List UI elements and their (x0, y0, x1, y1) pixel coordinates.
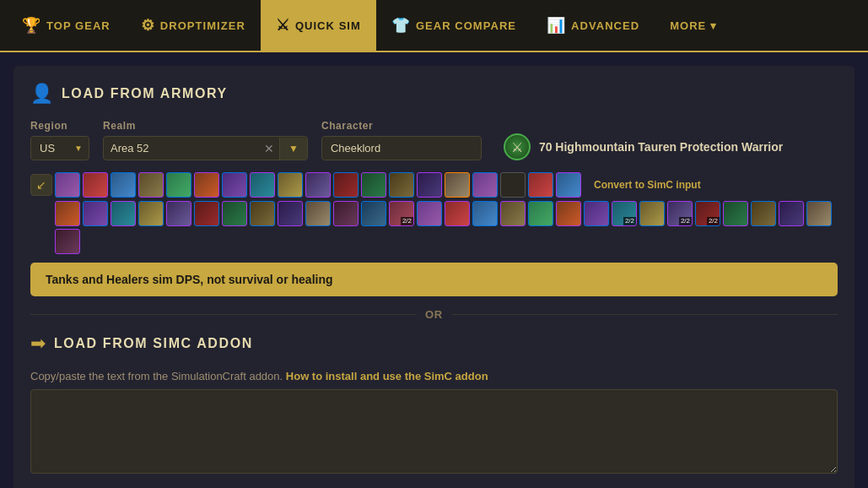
gear-item[interactable] (138, 172, 164, 198)
gear-item[interactable] (222, 172, 247, 198)
gear-item[interactable] (333, 201, 359, 226)
gear-item[interactable] (138, 201, 164, 226)
nav-more[interactable]: MORE ▾ (655, 0, 732, 51)
armory-section-header: 👤 LOAD FROM ARMORY (30, 83, 838, 105)
gear-item[interactable] (417, 172, 442, 198)
realm-clear-button[interactable]: ✕ (259, 142, 279, 155)
gear-item[interactable] (250, 201, 275, 226)
gear-item[interactable] (361, 201, 386, 226)
or-label: OR (425, 308, 443, 321)
armory-form-row: Region US EU KR TW CN ▼ Realm ✕ ▼ (30, 120, 838, 160)
gear-item[interactable] (500, 172, 526, 198)
gear-item[interactable]: 2/2 (695, 201, 720, 226)
gear-item[interactable] (333, 172, 359, 198)
character-class-icon: ⚔ (504, 133, 531, 160)
character-info-text: 70 Highmountain Tauren Protection Warrio… (539, 140, 783, 154)
gear-item[interactable]: 2/2 (389, 201, 414, 226)
simc-howto-link[interactable]: How to install and use the SimC addon (286, 370, 488, 382)
gear-item[interactable] (305, 172, 331, 198)
simc-textarea[interactable] (30, 389, 838, 474)
gear-item[interactable] (389, 172, 414, 198)
gear-item[interactable] (723, 201, 748, 226)
gear-item[interactable] (528, 201, 553, 226)
gear-item[interactable] (417, 201, 442, 226)
gear-item[interactable] (55, 172, 80, 198)
gear-item[interactable] (250, 172, 275, 198)
gear-item[interactable] (55, 201, 80, 226)
gear-item[interactable] (500, 201, 526, 226)
warning-box: Tanks and Healers sim DPS, not survival … (30, 263, 838, 296)
gear-item[interactable] (528, 172, 553, 198)
region-group: Region US EU KR TW CN ▼ (30, 120, 89, 160)
simc-section: ➡ LOAD FROM SIMC ADDON Copy/paste the te… (30, 333, 838, 477)
navbar: 🏆 TOP GEAR ⚙ DROPTIMIZER ⚔ QUICK SIM 👕 G… (0, 0, 868, 52)
realm-label: Realm (103, 120, 308, 132)
region-label: Region (30, 120, 89, 132)
character-display: ⚔ 70 Highmountain Tauren Protection Warr… (504, 133, 783, 160)
trophy-icon: 🏆 (22, 16, 41, 35)
gear-item[interactable] (194, 201, 219, 226)
character-label: Character (321, 120, 482, 132)
gear-item[interactable] (166, 172, 191, 198)
gear-item[interactable] (361, 172, 386, 198)
realm-group: Realm ✕ ▼ (103, 120, 308, 160)
gear-item[interactable]: 2/2 (667, 201, 693, 226)
or-line-left (30, 314, 417, 315)
gear-item[interactable] (278, 201, 303, 226)
or-divider: OR (30, 308, 838, 321)
main-content: 👤 LOAD FROM ARMORY Region US EU KR TW CN… (13, 66, 855, 488)
shirt-icon: 👕 (391, 16, 411, 35)
nav-advanced[interactable]: 📊 ADVANCED (531, 0, 655, 51)
realm-input-wrapper: ✕ ▼ (103, 136, 308, 160)
region-select-wrapper: US EU KR TW CN ▼ (30, 136, 89, 160)
gear-item[interactable] (556, 201, 581, 226)
gear-item[interactable] (584, 201, 609, 226)
simc-arrow-icon: ➡ (30, 333, 46, 355)
gear-item[interactable] (278, 172, 303, 198)
gear-item[interactable] (445, 201, 470, 226)
user-icon: 👤 (30, 83, 53, 105)
gear-row-1-controls: ↙ Convert to SimC input (30, 172, 838, 198)
gear-item[interactable] (111, 201, 136, 226)
gear-item[interactable] (751, 201, 776, 226)
convert-simc-button[interactable]: Convert to SimC input (590, 177, 704, 192)
gear-item[interactable] (472, 201, 498, 226)
gear-item[interactable] (445, 172, 470, 198)
realm-input[interactable] (104, 137, 259, 160)
chart-icon: 📊 (547, 16, 566, 35)
sword-icon: ⚔ (276, 16, 290, 35)
gear-item[interactable] (222, 201, 247, 226)
character-group: Character (321, 120, 482, 160)
or-line-right (451, 314, 838, 315)
warning-text: Tanks and Healers sim DPS, not survival … (46, 273, 333, 286)
nav-droptimizer[interactable]: ⚙ DROPTIMIZER (126, 0, 261, 51)
character-input[interactable] (321, 136, 482, 160)
simc-description: Copy/paste the text from the SimulationC… (30, 370, 838, 382)
gear-item[interactable] (806, 201, 832, 226)
gear-item[interactable] (83, 201, 108, 226)
nav-gear-compare[interactable]: 👕 GEAR COMPARE (376, 0, 531, 51)
gear-item[interactable] (166, 201, 191, 226)
realm-dropdown-button[interactable]: ▼ (279, 138, 307, 160)
gear-item[interactable] (556, 172, 581, 198)
armory-section-title: LOAD FROM ARMORY (62, 86, 228, 101)
gear-item[interactable]: 2/2 (612, 201, 637, 226)
gear-item[interactable] (639, 201, 665, 226)
simc-section-header: ➡ LOAD FROM SIMC ADDON (30, 333, 838, 355)
gear-item[interactable] (55, 229, 80, 254)
gear-item[interactable] (305, 201, 331, 226)
nav-quick-sim[interactable]: ⚔ QUICK SIM (261, 0, 376, 51)
gear-expand-button[interactable]: ↙ (30, 174, 52, 196)
gear-item[interactable] (111, 172, 136, 198)
simc-section-title: LOAD FROM SIMC ADDON (54, 336, 253, 351)
gear-row-2: 2/2 2/2 2/2 2/2 (30, 201, 838, 254)
region-select[interactable]: US EU KR TW CN (30, 136, 89, 160)
gear-item[interactable] (779, 201, 804, 226)
gear-item[interactable] (83, 172, 108, 198)
gear-item[interactable] (472, 172, 498, 198)
gear-item[interactable] (194, 172, 219, 198)
nav-top-gear[interactable]: 🏆 TOP GEAR (7, 0, 126, 51)
gear-icon: ⚙ (141, 16, 155, 35)
